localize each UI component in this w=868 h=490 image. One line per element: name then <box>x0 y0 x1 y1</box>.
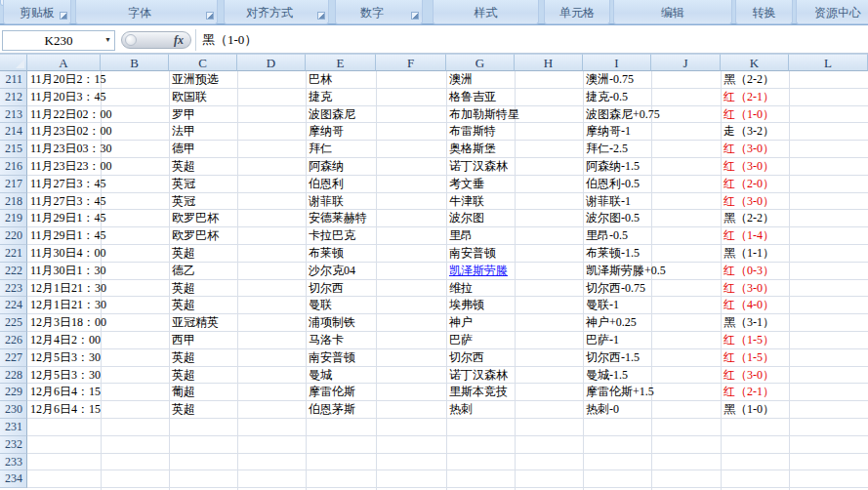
name-box[interactable]: K230 ▼ <box>2 30 115 51</box>
column-header[interactable]: E <box>306 54 376 71</box>
cell-date[interactable]: 11月27日3：45 <box>30 193 106 211</box>
cell-league[interactable]: 欧国联 <box>172 89 207 106</box>
cell-result[interactable]: 黑（2-2） <box>723 71 774 89</box>
cell-handicap[interactable]: 阿森纳-1.5 <box>586 158 640 176</box>
cell-home-team[interactable]: 捷克 <box>309 89 332 106</box>
cell-away-team[interactable]: 诺丁汉森林 <box>449 367 508 385</box>
cell-league[interactable]: 亚洲预选 <box>172 71 219 89</box>
cell-home-team[interactable]: 南安普顿 <box>309 349 355 367</box>
row-number[interactable]: 223 <box>0 280 27 298</box>
row-number[interactable]: 215 <box>0 141 27 158</box>
cell-date[interactable]: 12月5日3：30 <box>30 367 101 385</box>
cell-home-team[interactable]: 拜仁 <box>309 141 332 158</box>
cell-home-team[interactable]: 安德莱赫特 <box>309 210 367 227</box>
cell-result[interactable]: 黑（1-0） <box>723 401 774 419</box>
cell-date[interactable]: 12月1日21：30 <box>30 297 106 314</box>
row-number[interactable]: 220 <box>0 227 27 245</box>
cell-home-team[interactable]: 切尔西 <box>309 280 344 298</box>
cell-result[interactable]: 红（3-0） <box>723 158 774 176</box>
cell-home-team[interactable]: 曼城 <box>309 367 332 385</box>
cell-away-team[interactable]: 里斯本竞技 <box>449 384 508 401</box>
cell-league[interactable]: 英超 <box>172 297 195 314</box>
cell-handicap[interactable]: 摩雷伦斯+1.5 <box>586 384 654 401</box>
dialog-launcher-icon[interactable] <box>317 12 325 20</box>
cell-league[interactable]: 英超 <box>172 367 195 385</box>
cell-league[interactable]: 英冠 <box>172 193 195 211</box>
cell-home-team[interactable]: 布莱顿 <box>309 245 344 263</box>
cell-handicap[interactable]: 凯泽斯劳滕+0.5 <box>586 263 666 280</box>
cell-away-team[interactable]: 考文垂 <box>449 176 484 193</box>
cell-handicap[interactable]: 切尔西-0.75 <box>586 280 645 298</box>
cell-date[interactable]: 12月3日18：00 <box>30 314 106 332</box>
cell-away-team[interactable]: 澳洲 <box>449 71 473 89</box>
row-number[interactable]: 224 <box>0 297 27 314</box>
cell-date[interactable]: 11月23日03：30 <box>30 141 112 158</box>
row-number[interactable]: 228 <box>0 367 27 385</box>
cell-result[interactable]: 红（1-5） <box>723 332 774 349</box>
cell-result[interactable]: 红（0-3） <box>723 263 774 280</box>
cell-date[interactable]: 11月30日4：00 <box>30 245 106 263</box>
cell-home-team[interactable]: 浦项制铁 <box>309 314 355 332</box>
cell-result[interactable]: 黑（1-1） <box>723 245 774 263</box>
cell-away-team[interactable]: 南安普顿 <box>449 245 496 263</box>
cell-result[interactable]: 红（3-0） <box>723 193 774 211</box>
row-number[interactable]: 213 <box>0 106 27 124</box>
cell-date[interactable]: 11月29日1：45 <box>30 210 106 227</box>
cell-result[interactable]: 红（3-0） <box>723 280 774 298</box>
cell-result[interactable]: 红（3-0） <box>723 367 774 385</box>
cell-date[interactable]: 11月22日02：00 <box>30 106 112 124</box>
cell-date[interactable]: 11月29日1：45 <box>30 227 106 245</box>
cell-league[interactable]: 英超 <box>172 349 195 367</box>
cell-handicap[interactable]: 拜仁-2.5 <box>586 141 628 158</box>
row-number[interactable]: 232 <box>0 436 27 454</box>
cell-league[interactable]: 西甲 <box>172 332 195 349</box>
row-number[interactable]: 217 <box>0 176 27 193</box>
cell-away-team[interactable]: 牛津联 <box>449 193 484 211</box>
column-header[interactable]: L <box>789 54 868 71</box>
cell-date[interactable]: 12月1日21：30 <box>30 280 106 298</box>
cell-home-team[interactable]: 马洛卡 <box>309 332 344 349</box>
cell-handicap[interactable]: 热刺-0 <box>586 401 619 419</box>
cell-result[interactable]: 红（1-0） <box>723 106 774 124</box>
cell-handicap[interactable]: 神户+0.25 <box>586 314 637 332</box>
cell-away-team[interactable]: 热刺 <box>449 401 473 419</box>
formula-input[interactable]: 黑（1-0） <box>202 31 257 49</box>
row-number[interactable]: 225 <box>0 314 27 332</box>
select-all-corner[interactable] <box>0 54 27 71</box>
cell-league[interactable]: 英超 <box>172 280 195 298</box>
cell-result[interactable]: 走（3-2） <box>723 123 774 141</box>
cell-away-team[interactable]: 巴萨 <box>449 332 473 349</box>
dialog-launcher-icon[interactable] <box>411 12 419 20</box>
column-header[interactable]: C <box>169 54 237 71</box>
cell-date[interactable]: 11月30日1：30 <box>30 263 106 280</box>
cell-handicap[interactable]: 曼联-1 <box>586 297 619 314</box>
cell-home-team[interactable]: 伯恩茅斯 <box>309 401 355 419</box>
cell-home-team[interactable]: 波图森尼 <box>309 106 355 124</box>
cell-result[interactable]: 红（1-4） <box>723 227 774 245</box>
cell-handicap[interactable]: 波图森尼+0.75 <box>586 106 660 124</box>
cell-league[interactable]: 欧罗巴杯 <box>172 227 219 245</box>
row-number[interactable]: 216 <box>0 158 27 176</box>
cell-result[interactable]: 红（2-0） <box>723 176 774 193</box>
insert-function-button[interactable]: fx <box>121 31 191 49</box>
cell-result[interactable]: 红（4-0） <box>723 297 774 314</box>
cell-handicap[interactable]: 澳洲-0.75 <box>586 71 634 89</box>
cell-home-team[interactable]: 伯恩利 <box>309 176 344 193</box>
fx-icon[interactable]: fx <box>174 33 184 48</box>
column-header[interactable]: A <box>27 54 101 71</box>
cell-away-team[interactable]: 里昂 <box>449 227 473 245</box>
cell-handicap[interactable]: 曼城-1.5 <box>586 367 628 385</box>
cell-result[interactable]: 红（2-1） <box>723 89 774 106</box>
row-number[interactable]: 218 <box>0 193 27 211</box>
cell-handicap[interactable]: 里昂-0.5 <box>586 227 628 245</box>
row-number[interactable]: 221 <box>0 245 27 263</box>
cell-result[interactable]: 红（2-1） <box>723 384 774 401</box>
row-number[interactable]: 219 <box>0 210 27 227</box>
row-number[interactable]: 233 <box>0 454 27 471</box>
cell-away-team[interactable]: 格鲁吉亚 <box>449 89 496 106</box>
cell-league[interactable]: 葡超 <box>172 384 195 401</box>
cell-away-team[interactable]: 诺丁汉森林 <box>449 158 508 176</box>
cell-league[interactable]: 英超 <box>172 158 195 176</box>
cell-away-team[interactable]: 神户 <box>449 314 473 332</box>
cell-home-team[interactable]: 曼联 <box>309 297 332 314</box>
